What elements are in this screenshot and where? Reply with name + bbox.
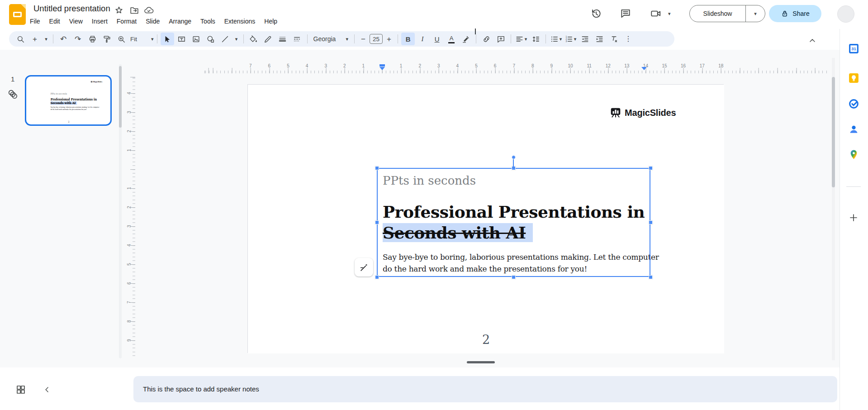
menu-item-extensions[interactable]: Extensions	[220, 16, 260, 28]
slide-title-text[interactable]: Professional Presentations in Seconds wi…	[383, 201, 645, 243]
line-dropdown[interactable]: ▾	[233, 33, 240, 45]
slides-logo[interactable]	[9, 4, 26, 25]
menu-item-arrange[interactable]: Arrange	[164, 16, 196, 28]
grid-view-button[interactable]	[15, 384, 26, 395]
menu-item-slide[interactable]: Slide	[141, 16, 164, 28]
left-indent-marker-bar[interactable]	[379, 64, 385, 67]
star-icon[interactable]	[114, 5, 124, 15]
slide-body-text[interactable]: Say bye-bye to boring, laborious present…	[383, 251, 659, 275]
meet-dropdown-icon[interactable]: ▾	[668, 11, 671, 16]
line-spacing-button[interactable]	[529, 33, 542, 45]
bulleted-list-button[interactable]: ▾	[549, 33, 563, 45]
calendar-icon[interactable]: 31	[848, 43, 859, 54]
version-history-icon[interactable]	[590, 8, 602, 19]
font-size-input[interactable]: 25	[370, 34, 383, 44]
slideshow-options-button[interactable]: ▾	[746, 5, 765, 22]
selection-handle[interactable]	[375, 220, 379, 224]
selection-handle[interactable]	[375, 166, 379, 170]
undo-button[interactable]: ↶	[57, 33, 70, 45]
insert-image-button[interactable]	[190, 33, 203, 45]
tasks-icon[interactable]	[848, 98, 859, 110]
increase-font-size-button[interactable]: +	[384, 33, 394, 45]
selection-handle[interactable]	[375, 275, 379, 279]
bold-button[interactable]: B	[401, 33, 415, 45]
italic-button[interactable]: I	[416, 33, 429, 45]
slide-canvas[interactable]: MagicSlides PPts in seconds Professional…	[247, 84, 724, 353]
rotation-handle[interactable]	[512, 155, 516, 159]
font-family-select[interactable]: Georgia▾	[311, 33, 351, 45]
meet-camera-icon[interactable]	[650, 8, 662, 19]
fill-color-button[interactable]	[247, 33, 261, 45]
contacts-icon[interactable]	[848, 124, 859, 135]
insert-shape-button[interactable]	[204, 33, 218, 45]
notes-resize-handle[interactable]	[467, 361, 495, 363]
border-weight-button[interactable]	[276, 33, 289, 45]
menu-item-tools[interactable]: Tools	[196, 16, 220, 28]
zoom-button[interactable]	[114, 33, 128, 45]
redo-button[interactable]: ↷	[71, 33, 85, 45]
share-button[interactable]: Share	[769, 5, 821, 22]
slide-body-text[interactable]: Say bye-bye to boring, laborious present…	[51, 106, 100, 110]
toolbar-separator	[354, 34, 355, 43]
slide-thumbnail-preview: MagicSlides PPts in seconds Professional…	[27, 77, 110, 124]
more-options-button[interactable]: ⋮	[621, 33, 635, 45]
print-button[interactable]	[85, 33, 99, 45]
account-avatar[interactable]	[837, 5, 854, 23]
menu-item-edit[interactable]: Edit	[45, 16, 65, 28]
insert-comment-button[interactable]	[494, 33, 508, 45]
zoom-fit-select[interactable]: Fit▾	[129, 33, 154, 45]
border-dash-button[interactable]	[290, 33, 304, 45]
hide-menus-button[interactable]	[806, 34, 819, 47]
border-color-button[interactable]	[261, 33, 275, 45]
canvas-scrollbar-thumb[interactable]	[832, 77, 835, 187]
insert-link-button[interactable]	[479, 33, 493, 45]
selection-handle[interactable]	[649, 275, 653, 279]
magic-rewrite-button[interactable]	[355, 258, 373, 277]
selection-handle[interactable]	[649, 166, 653, 170]
slide-eyebrow-text[interactable]: PPts in seconds	[51, 93, 67, 95]
insert-line-button[interactable]	[218, 33, 232, 45]
left-indent-marker[interactable]	[379, 67, 385, 70]
get-addons-button[interactable]	[848, 212, 859, 224]
keep-icon[interactable]	[848, 72, 859, 84]
select-tool-button[interactable]	[161, 33, 174, 45]
align-button[interactable]: ▾	[514, 33, 528, 45]
filmstrip-scrollbar-thumb[interactable]	[119, 66, 122, 128]
underline-button[interactable]: U	[430, 33, 444, 45]
clear-formatting-button[interactable]	[607, 33, 621, 45]
new-slide-button[interactable]: +	[28, 33, 42, 45]
decrease-indent-button[interactable]	[578, 33, 592, 45]
new-slide-dropdown[interactable]: ▾	[43, 33, 50, 45]
paint-format-button[interactable]	[100, 33, 114, 45]
menu-item-help[interactable]: Help	[260, 16, 282, 28]
search-menus-button[interactable]	[14, 33, 27, 45]
increase-indent-button[interactable]	[593, 33, 606, 45]
numbered-list-button[interactable]: 123▾	[564, 33, 577, 45]
slide-title-text[interactable]: Professional Presentations in Seconds wi…	[51, 98, 97, 105]
speaker-notes-input[interactable]: This is the space to add speaker notes	[133, 376, 837, 402]
slide-content: MagicSlides PPts in seconds Professional…	[248, 85, 724, 353]
document-title[interactable]: Untitled presentation	[33, 4, 110, 14]
menu-item-view[interactable]: View	[65, 16, 87, 28]
selection-handle[interactable]	[512, 275, 516, 279]
menu-item-format[interactable]: Format	[112, 16, 141, 28]
slideshow-button[interactable]: Slideshow	[690, 5, 746, 22]
right-indent-marker[interactable]	[641, 67, 647, 70]
menu-item-file[interactable]: File	[25, 16, 45, 28]
menu-item-insert[interactable]: Insert	[87, 16, 112, 28]
decrease-font-size-button[interactable]: −	[358, 33, 369, 45]
text-color-bar	[448, 42, 455, 43]
text-box-button[interactable]	[175, 33, 189, 45]
comments-icon[interactable]	[620, 8, 631, 19]
move-folder-icon[interactable]	[129, 5, 139, 15]
text-color-button[interactable]: A	[445, 33, 458, 45]
slide-eyebrow-text[interactable]: PPts in seconds	[383, 174, 476, 187]
collapse-filmstrip-button[interactable]	[43, 385, 52, 394]
align-left-icon	[515, 35, 524, 43]
cloud-status-icon[interactable]	[144, 5, 154, 15]
selection-handle[interactable]	[649, 220, 653, 224]
highlight-color-button[interactable]	[459, 33, 473, 45]
toolbar-separator	[476, 34, 476, 43]
maps-icon[interactable]	[848, 149, 859, 160]
slide-thumbnail-selected[interactable]: MagicSlides PPts in seconds Professional…	[25, 75, 112, 126]
